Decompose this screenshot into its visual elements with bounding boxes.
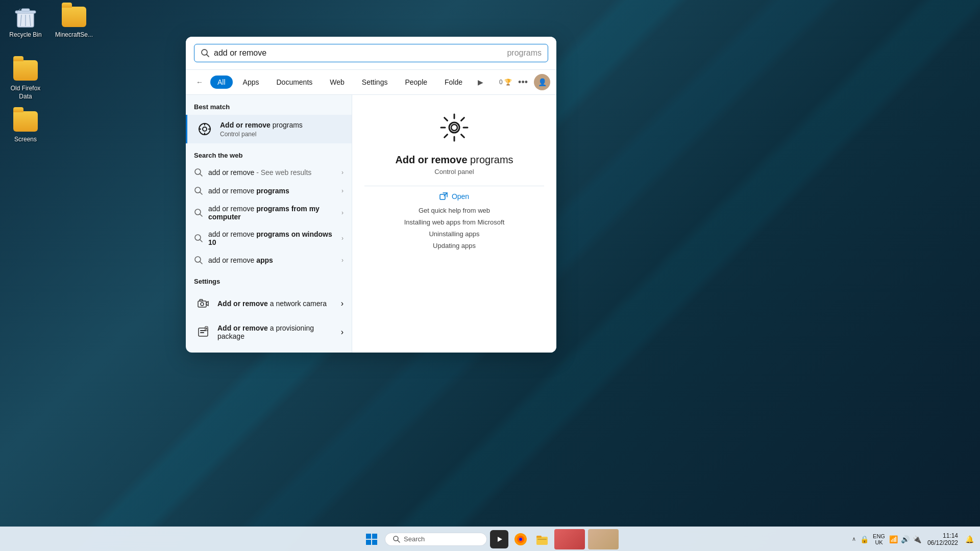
notification-button[interactable]: 🔔	[963, 534, 976, 544]
minecraft-folder-icon	[62, 5, 86, 29]
svg-rect-38	[366, 540, 371, 545]
taskbar-center: Search	[361, 529, 619, 549]
svg-line-21	[200, 240, 203, 242]
tab-more-button[interactable]: ▶	[473, 74, 488, 90]
taskbar-search-bar[interactable]: Search	[385, 533, 487, 546]
svg-rect-24	[198, 301, 206, 307]
screens-label: Screens	[14, 136, 37, 144]
tab-all[interactable]: All	[210, 76, 233, 89]
tab-settings[interactable]: Settings	[355, 76, 395, 89]
desktop-icon-minecraft[interactable]: MinecraftSe...	[51, 3, 97, 41]
chevron-icon-1: ›	[341, 187, 344, 194]
system-tray: ∧ 🔒 ENG UK 📶 🔊 🔌 11:14 06/12/2022	[850, 532, 976, 546]
screens-folder-icon	[13, 109, 38, 134]
camera-icon	[194, 294, 212, 313]
svg-rect-39	[372, 540, 377, 545]
web-item-1[interactable]: add or remove programs ›	[186, 182, 352, 200]
taskbar-search-icon	[393, 535, 401, 543]
settings-chevron-0: ›	[341, 299, 344, 308]
web-item-4[interactable]: add or remove apps ›	[186, 251, 352, 269]
search-input-area: programs	[186, 37, 556, 70]
search-web-icon-2	[194, 208, 203, 217]
wifi-icon[interactable]: 📶	[888, 534, 899, 544]
svg-line-19	[200, 214, 203, 217]
best-match-label: Best match	[186, 101, 352, 115]
clock-time: 11:14	[943, 532, 958, 539]
taskbar-search-text: Search	[404, 535, 425, 543]
system-clock[interactable]: 11:14 06/12/2022	[923, 532, 962, 546]
windows-start-button[interactable]	[361, 529, 382, 549]
recycle-bin-icon	[13, 5, 38, 29]
svg-rect-49	[537, 539, 547, 540]
desktop-icon-screens[interactable]: Screens	[3, 107, 48, 146]
taskbar-firefox-icon[interactable]	[511, 530, 530, 548]
web-item-1-text: add or remove programs	[208, 187, 289, 195]
settings-section: Settings Add or remove a network came	[186, 269, 352, 346]
best-match-subtitle: Control panel	[220, 131, 303, 138]
open-link-icon	[439, 192, 448, 201]
svg-rect-47	[536, 537, 548, 545]
best-match-title: Add or remove programs	[220, 120, 303, 131]
desktop-icon-old-firefox[interactable]: Old FirefoxData	[3, 56, 48, 103]
tab-apps[interactable]: Apps	[236, 76, 266, 89]
clock-date: 06/12/2022	[927, 539, 958, 546]
taskbar-thumbnail-0	[554, 529, 585, 549]
search-web-icon-4	[194, 256, 203, 265]
search-web-icon-0	[194, 168, 203, 177]
svg-rect-48	[536, 536, 542, 538]
firefox-folder-icon	[13, 58, 38, 83]
svg-rect-37	[372, 534, 377, 539]
help-link-2[interactable]: Uninstalling apps	[429, 228, 479, 240]
web-item-0[interactable]: add or remove - See web results ›	[186, 163, 352, 182]
svg-rect-36	[366, 534, 371, 539]
user-avatar[interactable]: 👤	[534, 74, 550, 90]
search-web-section: Search the web add or remove - See web r…	[186, 143, 352, 269]
tab-back-button[interactable]: ←	[192, 74, 207, 90]
help-link-0[interactable]: Get quick help from web	[419, 205, 490, 216]
web-item-2-text: add or remove programs from my computer	[208, 205, 320, 221]
tab-documents[interactable]: Documents	[269, 76, 320, 89]
taskbar: Search	[0, 527, 980, 551]
search-web-label: Search the web	[186, 149, 352, 163]
more-options-button[interactable]: •••	[516, 77, 530, 88]
help-link-1[interactable]: Installing web apps from Microsoft	[404, 216, 505, 228]
recycle-bin-label: Recycle Bin	[9, 31, 41, 39]
provisioning-icon	[194, 323, 212, 341]
svg-rect-29	[200, 332, 204, 333]
help-link-3[interactable]: Updating apps	[433, 240, 476, 252]
svg-rect-26	[200, 299, 203, 301]
web-item-4-text: add or remove apps	[208, 256, 273, 264]
svg-line-15	[200, 174, 203, 177]
desktop-icon-recycle-bin[interactable]: Recycle Bin	[3, 3, 48, 41]
right-panel-gear-icon	[438, 111, 471, 146]
tab-folders[interactable]: Folde	[437, 76, 470, 89]
network-icon[interactable]: 🔒	[859, 534, 870, 544]
web-item-3[interactable]: add or remove programs on windows 10 ›	[186, 226, 352, 251]
search-right-panel: Add or remove programs Control panel Ope…	[352, 95, 556, 353]
search-input[interactable]	[214, 48, 503, 58]
best-match-item[interactable]: Add or remove programs Control panel	[186, 115, 352, 143]
filter-tabs: ← All Apps Documents Web Settings People…	[186, 70, 556, 95]
badge-count: 0 🏆	[499, 79, 512, 86]
taskbar-thumbnail-1	[588, 529, 619, 549]
chevron-icon-4: ›	[341, 257, 344, 264]
settings-item-0[interactable]: Add or remove a network camera ›	[186, 289, 352, 318]
settings-item-1-text: Add or remove a provisioning package	[217, 324, 314, 340]
search-input-placeholder-text: programs	[507, 48, 542, 58]
open-action[interactable]: Open	[439, 192, 469, 201]
chevron-icon-0: ›	[341, 169, 344, 176]
desktop: Recycle Bin MinecraftSe... Old FirefoxDa…	[0, 0, 980, 551]
taskbar-file-explorer-icon[interactable]	[533, 530, 551, 548]
settings-item-1[interactable]: Add or remove a provisioning package ›	[186, 318, 352, 346]
tab-people[interactable]: People	[398, 76, 434, 89]
tab-web[interactable]: Web	[323, 76, 352, 89]
chevron-up-icon[interactable]: ∧	[850, 535, 858, 543]
search-body: Best match Add	[186, 95, 556, 353]
battery-icon[interactable]: 🔌	[912, 534, 922, 544]
search-input-wrapper[interactable]: programs	[194, 44, 548, 62]
windows-logo-icon	[366, 534, 377, 545]
taskbar-media-player-icon[interactable]	[490, 530, 508, 548]
language-indicator[interactable]: ENG UK	[871, 533, 887, 545]
volume-icon[interactable]: 🔊	[900, 534, 911, 544]
web-item-2[interactable]: add or remove programs from my computer …	[186, 200, 352, 226]
